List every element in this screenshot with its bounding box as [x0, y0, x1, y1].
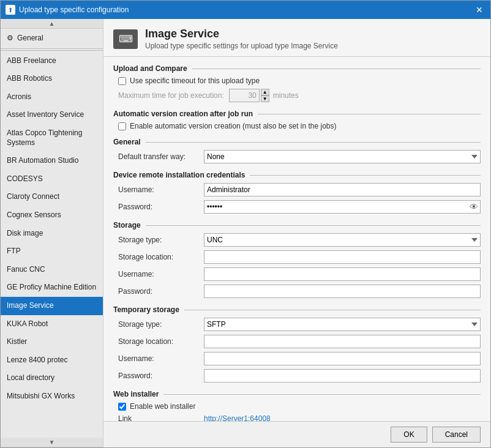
temp-storage-password-row: Password:: [113, 369, 481, 383]
max-time-label: Maximum time for job execution:: [118, 91, 224, 100]
sidebar-item-local-directory[interactable]: Local directory: [1, 369, 103, 387]
sidebar: ▲ ⚙ General ABB Freelance ABB Robotics A…: [1, 19, 103, 447]
sidebar-item-disk-image[interactable]: Disk image: [1, 225, 103, 243]
use-specific-timeout-label: Use specific timeout for this upload typ…: [130, 77, 260, 85]
panel-title: Image Service: [145, 28, 338, 40]
sidebar-item-br-automation[interactable]: BR Automation Studio: [1, 152, 103, 170]
close-button[interactable]: ✕: [473, 5, 485, 15]
storage-password-row: Password:: [113, 285, 481, 298]
credentials-username-label: Username:: [118, 185, 204, 194]
scroll-up-arrow: ▲: [49, 20, 55, 27]
temp-storage-username-row: Username:: [113, 352, 481, 365]
use-specific-timeout-checkbox[interactable]: [118, 77, 126, 85]
scroll-up-indicator[interactable]: ▲: [1, 19, 103, 29]
enable-auto-version-label: Enable automatic version creation (must …: [130, 122, 337, 130]
main-window: ⬆ Upload type specific configuration ✕ ▲…: [0, 0, 491, 448]
storage-password-label: Password:: [118, 287, 204, 296]
title-bar-text: Upload type specific configuration: [19, 6, 473, 14]
sidebar-item-asset-inventory[interactable]: Asset Inventory Service: [1, 106, 103, 124]
sidebar-item-cognex[interactable]: Cognex Sensors: [1, 206, 103, 225]
sidebar-item-mitsubishi[interactable]: Mitsubishi GX Works: [1, 387, 103, 406]
scroll-down-arrow: ▼: [49, 439, 55, 446]
credentials-username-row: Username:: [113, 183, 481, 196]
temp-storage-type-label: Storage type:: [118, 320, 204, 329]
temp-storage-username-label: Username:: [118, 354, 204, 363]
credentials-password-input[interactable]: [204, 200, 481, 214]
timeout-input[interactable]: [229, 89, 260, 102]
panel-content: Upload and Compare Use specific timeout …: [103, 57, 490, 421]
enable-auto-version-checkbox[interactable]: [118, 122, 126, 130]
enable-auto-version-row: Enable automatic version creation (must …: [113, 122, 481, 130]
device-credentials-title: Device remote installation credentials: [113, 171, 481, 179]
spinner-down-button[interactable]: ▼: [261, 95, 269, 102]
panel-subtitle: Upload type specific settings for upload…: [145, 42, 338, 50]
temp-storage-title: Temporary storage: [113, 305, 481, 314]
sidebar-divider: [1, 50, 103, 51]
temp-storage-location-label: Storage location:: [118, 337, 204, 346]
web-installer-link-row: Link http://Server1:64008: [113, 414, 481, 421]
sidebar-item-abb-freelance[interactable]: ABB Freelance: [1, 52, 103, 70]
sidebar-item-codesys[interactable]: CODESYS: [1, 170, 103, 189]
temp-storage-password-input[interactable]: [204, 369, 481, 383]
default-transfer-way-select[interactable]: None FTP SFTP UNC: [204, 150, 481, 163]
storage-location-input[interactable]: [204, 250, 481, 264]
temp-storage-password-label: Password:: [118, 371, 204, 380]
use-specific-timeout-row: Use specific timeout for this upload typ…: [113, 77, 481, 85]
panel-header: ⌨ Image Service Upload type specific set…: [103, 19, 490, 57]
scroll-down-indicator[interactable]: ▼: [1, 438, 103, 447]
timeout-row: Maximum time for job execution: ▲ ▼ minu…: [113, 89, 481, 102]
sidebar-item-claroty[interactable]: Claroty Connect: [1, 188, 103, 206]
cancel-button[interactable]: Cancel: [432, 427, 481, 442]
temp-storage-username-input[interactable]: [204, 352, 481, 365]
upload-compare-section: Upload and Compare Use specific timeout …: [113, 64, 481, 102]
web-installer-section: Web installer Enable web installer Link …: [113, 390, 481, 421]
storage-location-row: Storage location:: [113, 250, 481, 264]
spinner-buttons: ▲ ▼: [261, 89, 269, 102]
window-icon: ⬆: [6, 5, 15, 15]
spinner-up-button[interactable]: ▲: [261, 89, 269, 95]
general-section-title: General: [113, 138, 481, 146]
credentials-password-wrapper: 👁: [204, 200, 481, 214]
web-installer-title: Web installer: [113, 390, 481, 398]
sidebar-item-acronis[interactable]: Acronis: [1, 88, 103, 106]
web-installer-link[interactable]: http://Server1:64008: [204, 414, 271, 421]
storage-type-select[interactable]: None FTP SFTP UNC: [204, 233, 481, 247]
sidebar-item-fanuc-cnc[interactable]: Fanuc CNC: [1, 261, 103, 279]
upload-compare-title: Upload and Compare: [113, 64, 481, 73]
sidebar-item-lenze[interactable]: Lenze 8400 protec: [1, 351, 103, 370]
sidebar-item-image-service[interactable]: Image Service: [1, 297, 103, 315]
storage-location-label: Storage location:: [118, 253, 204, 261]
sidebar-item-atlas-copco[interactable]: Atlas Copco Tightening Systems: [1, 124, 103, 152]
sidebar-item-abb-robotics[interactable]: ABB Robotics: [1, 70, 103, 88]
web-installer-link-label: Link: [118, 414, 204, 421]
sidebar-item-general[interactable]: ⚙ General: [1, 29, 103, 49]
main-panel: ⌨ Image Service Upload type specific set…: [103, 19, 490, 447]
storage-section: Storage Storage type: None FTP SFTP UNC …: [113, 221, 481, 298]
storage-username-input[interactable]: [204, 267, 481, 281]
content-area: ▲ ⚙ General ABB Freelance ABB Robotics A…: [1, 19, 490, 447]
sidebar-item-kistler[interactable]: Kistler: [1, 333, 103, 351]
enable-web-installer-label: Enable web installer: [130, 402, 195, 411]
storage-title: Storage: [113, 221, 481, 230]
ok-button[interactable]: OK: [391, 427, 427, 442]
minutes-label: minutes: [273, 91, 299, 100]
sidebar-item-ftp[interactable]: FTP: [1, 242, 103, 261]
sidebar-item-general-label: General: [17, 34, 43, 43]
sidebar-item-ge-proficy[interactable]: GE Proficy Machine Edition: [1, 278, 103, 297]
temp-storage-location-input[interactable]: [204, 335, 481, 348]
temp-storage-location-row: Storage location:: [113, 335, 481, 348]
keyboard-icon: ⌨: [119, 33, 133, 45]
auto-version-section: Automatic version creation after job run…: [113, 110, 481, 130]
credentials-password-row: Password: 👁: [113, 200, 481, 214]
general-section: General Default transfer way: None FTP S…: [113, 138, 481, 163]
temp-storage-type-row: Storage type: None FTP SFTP UNC: [113, 318, 481, 331]
show-password-icon[interactable]: 👁: [470, 202, 478, 212]
temp-storage-type-select[interactable]: None FTP SFTP UNC: [204, 318, 481, 331]
credentials-username-input[interactable]: [204, 183, 481, 196]
sidebar-item-kuka-robot[interactable]: KUKA Robot: [1, 315, 103, 334]
device-credentials-section: Device remote installation credentials U…: [113, 171, 481, 214]
enable-web-installer-checkbox[interactable]: [118, 403, 126, 411]
storage-password-input[interactable]: [204, 285, 481, 298]
storage-username-row: Username:: [113, 267, 481, 281]
title-bar: ⬆ Upload type specific configuration ✕: [1, 1, 490, 19]
